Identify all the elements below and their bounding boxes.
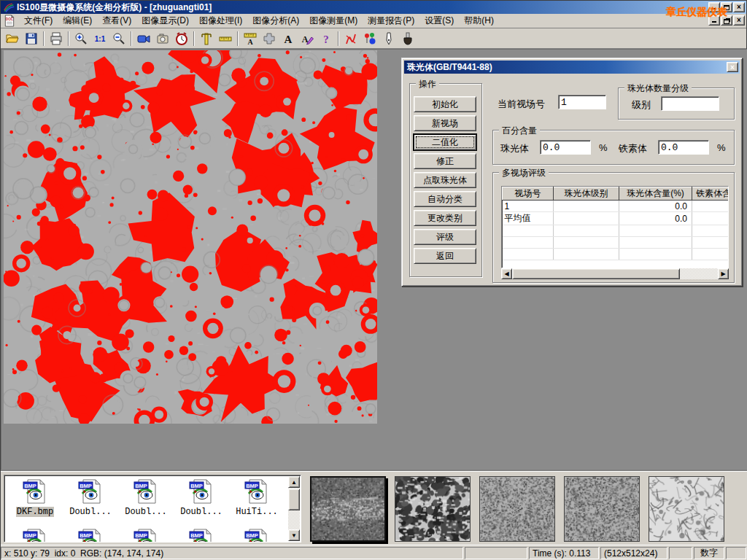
close-button[interactable]: × [733, 2, 745, 12]
help-icon: ? [319, 31, 333, 46]
toolbar-button-zoom-in[interactable] [71, 30, 90, 47]
table-header-0[interactable]: 视场号 [503, 187, 554, 201]
merge-icon [262, 31, 276, 46]
table-row[interactable]: 10.0 [503, 201, 729, 212]
toolbar-button-ruler[interactable] [216, 30, 235, 47]
toolbar-button-open[interactable] [3, 30, 22, 47]
menu-item-edit[interactable]: 编辑(E) [58, 13, 97, 28]
op-button-grade[interactable]: 评级 [414, 229, 476, 245]
toolbar-button-timer[interactable] [172, 30, 191, 47]
multi-field-group: 多视场评级 视场号珠光体级别珠光体含量(%)铁素体含量(%)10.0平均值0.0… [492, 172, 735, 283]
menu-item-image-analysis[interactable]: 图像分析(A) [247, 13, 304, 28]
toolbar-button-save[interactable] [22, 30, 41, 47]
grading-group-label: 珠光体数量分级 [624, 82, 692, 95]
file-name[interactable]: Doubl... [179, 507, 223, 517]
table-header-1[interactable]: 珠光体级别 [554, 187, 619, 201]
scroll-right-button[interactable]: ▶ [718, 268, 729, 279]
table-header-2[interactable]: 珠光体含量(%) [619, 187, 692, 201]
menu-item-file[interactable]: 文件(F) [19, 13, 58, 28]
file-name[interactable]: Doubl... [69, 507, 112, 517]
file-item[interactable]: BMPDoubl... [120, 479, 172, 517]
table-header-3[interactable]: 铁素体含量(%) [692, 187, 729, 201]
file-item[interactable]: BMPDoubl... [64, 479, 117, 517]
table-row[interactable] [503, 225, 729, 237]
table-row[interactable] [503, 237, 729, 249]
thumbnail-speckle2[interactable] [564, 476, 640, 542]
document-icon[interactable]: DOC [3, 15, 16, 27]
toolbar-button-measure-text[interactable]: A [241, 30, 260, 47]
mdi-minimize-button[interactable] [708, 15, 720, 26]
menu-item-image-measure[interactable]: 图像测量(M) [304, 13, 363, 28]
file-item[interactable]: BMP [64, 529, 117, 542]
thumbnail-speckle[interactable] [479, 476, 555, 542]
grade-input[interactable] [661, 96, 719, 111]
thumbnail-light-streaks[interactable] [649, 476, 724, 542]
toolbar-button-print[interactable] [47, 30, 66, 47]
op-button-correct[interactable]: 修正 [414, 153, 476, 169]
toolbar-button-merge[interactable] [260, 30, 279, 47]
toolbar-button-brush-tool[interactable] [398, 30, 417, 47]
op-button-return[interactable]: 返回 [414, 248, 476, 264]
dialog-title-bar[interactable]: 珠光体(GB/T9441-88) × [404, 61, 740, 74]
pen-tool-icon [382, 31, 396, 46]
dialog-close-button[interactable]: × [727, 62, 738, 72]
file-name[interactable]: HuiTi... [235, 507, 279, 517]
hscroll-track[interactable] [680, 268, 718, 279]
op-button-binarize[interactable]: 二值化 [414, 134, 476, 150]
toolbar-button-help[interactable]: ? [317, 30, 336, 47]
file-item[interactable]: BMP [9, 529, 61, 542]
toolbar-button-photo-camera[interactable] [153, 30, 172, 47]
file-item[interactable]: BMPHuiTi... [231, 479, 283, 517]
ferrite-percent-input[interactable] [658, 140, 709, 155]
menu-item-view[interactable]: 查看(V) [97, 13, 136, 28]
file-item[interactable]: BMPDKF.bmp [9, 479, 61, 517]
file-item[interactable]: BMP [175, 529, 228, 542]
vscroll-thumb[interactable] [288, 489, 300, 510]
toolbar-button-text[interactable]: A [279, 30, 298, 47]
maximize-button[interactable] [721, 2, 732, 12]
toolbar-button-annotate[interactable]: A [298, 30, 317, 47]
table-hscrollbar[interactable]: ◀ ▶ [501, 268, 729, 279]
pearlite-percent-input[interactable] [540, 140, 591, 155]
toolbar-button-count-markers[interactable] [360, 30, 379, 47]
minimize-button[interactable] [708, 2, 720, 12]
toolbar-button-actual-size[interactable]: 1:1 [90, 30, 109, 47]
file-list-vscrollbar[interactable]: ▲ ▼ [288, 476, 300, 541]
micrograph-binarized-image[interactable] [4, 50, 377, 424]
menu-item-image-display[interactable]: 图像显示(D) [136, 13, 194, 28]
current-field-input[interactable] [558, 95, 606, 109]
toolbar-button-zoom-out[interactable] [109, 30, 128, 47]
thumbnail-dark-banded[interactable] [310, 476, 386, 542]
file-browser[interactable]: BMPDKF.bmpBMPDoubl...BMPDoubl...BMPDoubl… [4, 475, 301, 542]
file-item[interactable]: BMP [231, 529, 283, 542]
bmp-file-icon: BMP [244, 479, 269, 504]
op-button-change-class[interactable]: 更改类别 [414, 210, 476, 226]
scroll-left-button[interactable]: ◀ [501, 268, 512, 279]
toolbar-button-video-camera[interactable] [134, 30, 153, 47]
scroll-up-button[interactable]: ▲ [288, 476, 300, 488]
menu-item-settings[interactable]: 设置(S) [419, 13, 459, 28]
op-button-pick-pearlite[interactable]: 点取珠光体 [414, 172, 476, 188]
menu-item-help[interactable]: 帮助(H) [459, 13, 499, 28]
mdi-close-button[interactable]: × [733, 15, 745, 26]
op-button-auto-classify[interactable]: 自动分类 [414, 191, 476, 207]
file-item[interactable]: BMP [120, 529, 172, 542]
toolbar-button-curve-tool[interactable] [341, 30, 360, 47]
file-name[interactable]: DKF.bmp [16, 507, 54, 517]
menu-item-measure-report[interactable]: 测量报告(P) [363, 13, 419, 28]
file-item[interactable]: BMPDoubl... [175, 479, 228, 517]
table-row[interactable]: 平均值0.0 [503, 212, 729, 225]
table-row[interactable] [503, 249, 729, 260]
scroll-down-button[interactable]: ▼ [288, 529, 300, 541]
mdi-restore-button[interactable] [721, 15, 732, 26]
toolbar-button-caliper[interactable] [197, 30, 216, 47]
file-name[interactable]: Doubl... [124, 507, 168, 517]
grading-group: 珠光体数量分级 级别 [618, 88, 735, 120]
op-button-new-field[interactable]: 新视场 [414, 115, 476, 131]
toolbar-button-pen-tool[interactable] [379, 30, 398, 47]
hscroll-thumb[interactable] [512, 268, 680, 279]
op-button-initialize[interactable]: 初始化 [414, 96, 476, 112]
multi-field-table[interactable]: 视场号珠光体级别珠光体含量(%)铁素体含量(%)10.0平均值0.0 [501, 186, 729, 268]
thumbnail-blotch[interactable] [395, 476, 471, 542]
menu-item-image-process[interactable]: 图像处理(I) [194, 13, 247, 28]
